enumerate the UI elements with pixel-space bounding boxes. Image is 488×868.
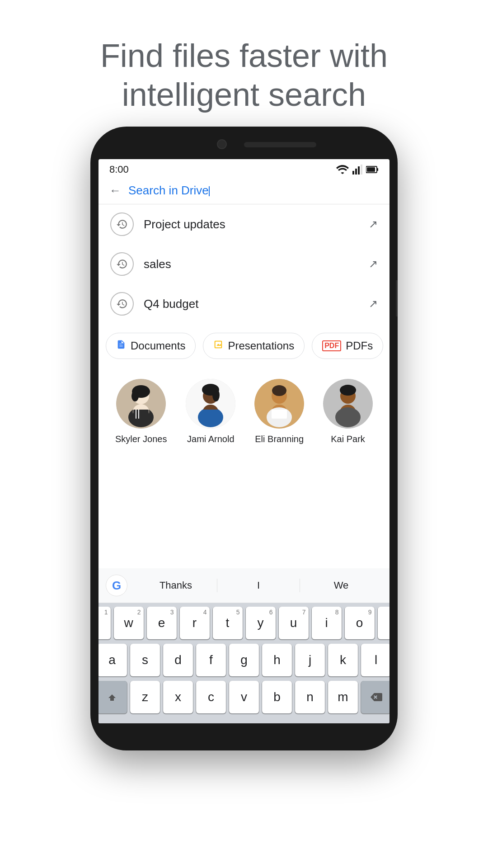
key-d[interactable]: d [163,644,193,676]
chip-documents[interactable]: Documents [106,333,196,359]
svg-rect-2 [358,166,360,175]
signal-icon [352,165,362,175]
history-item[interactable]: sales ↗ [106,244,382,284]
key-t[interactable]: 5t [213,607,243,639]
svg-rect-27 [272,410,287,419]
clock: 8:00 [109,164,129,175]
people-row: Skyler Jones Jami Arnold [99,368,389,452]
key-v[interactable]: v [229,681,259,713]
key-row-2: a s d f g h j k l [101,644,387,676]
presentations-icon [213,340,223,352]
suggestion-thanks[interactable]: Thanks [135,580,217,591]
search-placeholder: Search in Drive [128,184,209,197]
keyboard-area: G Thanks I We 1q 2w 3e 4r 5t 6y 7u [99,568,389,723]
avatar-skyler [116,379,166,429]
person-skyler-name: Skyler Jones [115,434,167,444]
key-m[interactable]: m [328,681,358,713]
person-kai[interactable]: Kai Park [323,379,373,444]
search-input[interactable]: Search in Drive [128,184,379,198]
svg-rect-22 [203,410,218,419]
svg-rect-0 [352,171,354,175]
svg-rect-6 [377,168,378,171]
history-text: sales [144,257,369,271]
avatar-jami [186,379,235,429]
key-z[interactable]: z [130,681,160,713]
arrow-icon: ↗ [369,258,378,270]
svg-rect-5 [367,167,375,172]
avatar-kai [323,379,373,429]
history-text: Project updates [144,217,369,231]
key-o[interactable]: 9o [345,607,375,639]
svg-point-34 [340,385,356,396]
key-q[interactable]: 1q [99,607,111,639]
key-row-3: z x c v b n m [101,681,387,713]
key-h[interactable]: h [262,644,292,676]
avatar-eli [254,379,304,429]
google-logo: G [106,575,127,596]
key-j[interactable]: j [295,644,325,676]
person-jami-name: Jami Arnold [187,434,235,444]
person-skyler[interactable]: Skyler Jones [115,379,167,444]
history-text: Q4 budget [144,297,369,311]
delete-key[interactable] [361,681,389,713]
suggestion-we[interactable]: We [300,580,382,591]
keyboard-suggestions: G Thanks I We [99,568,389,603]
key-w[interactable]: 2w [114,607,144,639]
key-f[interactable]: f [196,644,226,676]
history-icon [110,292,134,316]
keyboard-rows: 1q 2w 3e 4r 5t 6y 7u 8i 9o 0p a s d f [99,603,389,723]
docs-icon [116,340,126,352]
key-a[interactable]: a [99,644,127,676]
battery-icon [366,165,379,174]
svg-rect-3 [361,165,362,175]
svg-rect-33 [340,410,356,419]
key-n[interactable]: n [295,681,325,713]
phone-frame: 8:00 [90,127,398,750]
key-k[interactable]: k [328,644,358,676]
key-l[interactable]: l [361,644,389,676]
key-b[interactable]: b [262,681,292,713]
chip-pdfs[interactable]: PDF PDFs [312,333,383,359]
chip-pres-label: Presentations [228,340,294,352]
person-eli[interactable]: Eli Branning [254,379,304,444]
svg-point-28 [272,385,286,396]
svg-rect-1 [355,169,357,175]
key-r[interactable]: 4r [180,607,210,639]
key-x[interactable]: x [163,681,193,713]
chips-row: Documents Presentations PDF PDFs [99,324,389,368]
pdf-icon: PDF [322,340,341,351]
chip-presentations[interactable]: Presentations [203,333,305,359]
chip-docs-label: Documents [131,340,185,352]
phone-volume-button [396,280,398,316]
person-jami[interactable]: Jami Arnold [186,379,235,444]
key-e[interactable]: 3e [147,607,177,639]
header-line2: intelligent search [122,76,366,113]
status-icons [336,165,379,175]
history-item[interactable]: Q4 budget ↗ [106,284,382,324]
arrow-icon: ↗ [369,218,378,231]
phone-speaker [244,142,316,147]
key-p[interactable]: 0p [378,607,390,639]
header-line1: Find files faster with [100,38,388,74]
history-item[interactable]: Project updates ↗ [106,204,382,244]
person-kai-name: Kai Park [331,434,365,444]
chip-pdf-label: PDFs [346,340,373,352]
key-g[interactable]: g [229,644,259,676]
search-bar[interactable]: ← Search in Drive [99,179,389,204]
svg-point-21 [212,389,220,401]
suggestion-i[interactable]: I [217,580,300,591]
key-u[interactable]: 7u [279,607,309,639]
person-eli-name: Eli Branning [255,434,304,444]
back-button[interactable]: ← [109,184,121,198]
page-header: Find files faster with intelligent searc… [0,0,488,132]
key-i[interactable]: 8i [312,607,342,639]
shift-key[interactable] [99,681,127,713]
key-s[interactable]: s [130,644,160,676]
key-y[interactable]: 6y [246,607,276,639]
history-icon [110,252,134,276]
status-bar: 8:00 [99,159,389,179]
svg-point-12 [131,391,139,401]
key-c[interactable]: c [196,681,226,713]
key-row-1: 1q 2w 3e 4r 5t 6y 7u 8i 9o 0p [101,607,387,639]
phone-camera [217,139,227,149]
